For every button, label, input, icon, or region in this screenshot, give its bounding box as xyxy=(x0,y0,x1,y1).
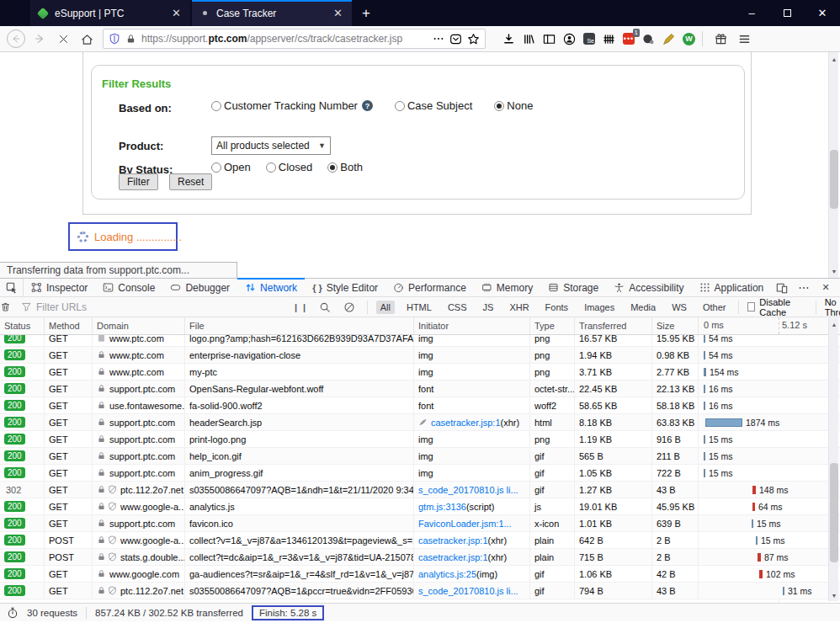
download-icon[interactable] xyxy=(502,33,515,45)
sidebar-icon[interactable] xyxy=(543,33,556,45)
selenium-icon[interactable]: Se xyxy=(583,33,595,45)
by-status-option[interactable]: Open xyxy=(211,161,251,173)
type-filter-css[interactable]: CSS xyxy=(444,301,471,314)
adblock-icon[interactable]: •••1 xyxy=(623,33,635,45)
clear-requests-button[interactable] xyxy=(0,297,11,317)
devtools-tab-application[interactable]: Application xyxy=(692,279,772,296)
column-header-timeline[interactable]: 0 ms5.12 s xyxy=(699,317,840,334)
search-button[interactable] xyxy=(316,297,334,317)
page-scrollbar[interactable]: ▲ ▼ xyxy=(828,52,838,278)
by-status-option[interactable]: Both xyxy=(327,161,363,173)
network-request-row[interactable]: 200POSTstats.g.double...collect?t=dc&aip… xyxy=(0,549,840,566)
library-icon[interactable] xyxy=(523,33,535,45)
radio-button[interactable] xyxy=(395,101,405,111)
page-actions-icon[interactable] xyxy=(433,33,444,45)
account-icon[interactable] xyxy=(563,33,576,45)
filter-button[interactable]: Filter xyxy=(119,173,158,190)
app-menu-button[interactable] xyxy=(733,29,755,49)
devtools-tab-debugger[interactable]: Debugger xyxy=(162,279,237,296)
url-bar[interactable]: https://support.ptc.com/appserver/cs/tra… xyxy=(103,29,486,49)
network-request-row[interactable]: 200GETsupport.ptc.comfavicon.icoFaviconL… xyxy=(0,515,840,532)
column-header-size[interactable]: Size xyxy=(652,317,699,334)
network-request-row[interactable]: 200GETsupport.ptc.comheaderSearch.jspcas… xyxy=(0,414,840,431)
throttling-select[interactable]: No Throttling ⇅ xyxy=(825,297,840,317)
w-extension-icon[interactable]: W xyxy=(683,33,695,45)
devtools-tab-storage[interactable]: Storage xyxy=(540,279,606,296)
column-header-initiator[interactable]: Initiator xyxy=(414,317,530,334)
radio-button[interactable] xyxy=(266,162,276,173)
bookmark-star-icon[interactable] xyxy=(467,33,480,45)
scroll-up-icon[interactable]: ▲ xyxy=(829,319,839,329)
devtools-close-button[interactable]: ✕ xyxy=(816,280,835,296)
maximize-button[interactable] xyxy=(769,0,805,26)
column-header-type[interactable]: Type xyxy=(530,317,575,334)
network-request-row[interactable]: 200GETwww.google.comga-audiences?t=sr&ai… xyxy=(0,566,840,583)
devtools-options-button[interactable] xyxy=(795,280,813,296)
type-filter-images[interactable]: Images xyxy=(580,301,619,314)
devtools-tab-console[interactable]: Console xyxy=(95,279,162,296)
type-filter-xhr[interactable]: XHR xyxy=(505,301,533,314)
initiator-link[interactable]: casetracker.jsp:1 xyxy=(431,418,501,428)
network-request-row[interactable]: 200GETwww.google-a...analytics.jsgtm.js:… xyxy=(0,498,840,515)
based-on-option[interactable]: None xyxy=(494,99,533,112)
type-filter-other[interactable]: Other xyxy=(699,301,731,314)
network-request-row[interactable]: 200GETuse.fontawesome...fa-solid-900.wof… xyxy=(0,397,840,414)
new-tab-button[interactable]: + xyxy=(352,0,380,26)
column-header-transferred[interactable]: Transferred xyxy=(575,317,652,334)
network-request-row[interactable]: 302GETptc.112.2o7.nets03550086647097?AQB… xyxy=(0,482,840,498)
network-request-row[interactable]: 200GETsupport.ptc.comanim_progress.gifim… xyxy=(0,465,840,482)
pause-button[interactable]: | | xyxy=(292,297,310,317)
stop-button[interactable] xyxy=(52,29,74,49)
reset-button[interactable]: Reset xyxy=(169,173,212,190)
initiator-link[interactable]: gtm.js:3136 xyxy=(418,502,466,512)
by-status-option[interactable]: Closed xyxy=(266,161,312,173)
devtools-tab-performance[interactable]: Performance xyxy=(385,279,474,296)
element-picker-button[interactable] xyxy=(0,279,24,296)
radio-button[interactable] xyxy=(327,162,338,173)
column-header-domain[interactable]: Domain xyxy=(93,317,185,334)
scroll-down-icon[interactable]: ▼ xyxy=(829,266,839,276)
pen-icon[interactable] xyxy=(662,33,675,45)
devtools-tab-network[interactable]: Network xyxy=(237,279,305,296)
column-header-method[interactable]: Method xyxy=(45,317,93,334)
home-button[interactable] xyxy=(76,29,98,49)
minimize-button[interactable]: – xyxy=(734,0,769,26)
requests-scrollbar[interactable]: ▲ ▼ xyxy=(828,318,838,601)
type-filter-media[interactable]: Media xyxy=(626,301,660,314)
devtools-tab-inspector[interactable]: Inspector xyxy=(24,279,95,296)
network-request-row[interactable]: 200GETsupport.ptc.comOpenSans-Regular-we… xyxy=(0,381,840,397)
scroll-down-icon[interactable]: ▼ xyxy=(829,590,839,600)
initiator-link[interactable]: s_code_20170810.js li... xyxy=(418,586,518,596)
type-filter-js[interactable]: JS xyxy=(479,301,498,314)
close-button[interactable]: ✕ xyxy=(805,0,840,26)
network-request-row[interactable]: 200GETsupport.ptc.comprint-logo.pngimgpn… xyxy=(0,431,840,448)
forward-button[interactable] xyxy=(29,29,51,49)
column-header-file[interactable]: File xyxy=(185,317,414,334)
based-on-option[interactable]: Case Subject xyxy=(395,99,472,112)
block-button[interactable] xyxy=(341,297,359,317)
devtools-tab-accessibility[interactable]: Accessibility xyxy=(606,279,691,296)
radio-button[interactable] xyxy=(211,162,221,173)
help-icon[interactable]: ? xyxy=(362,100,373,111)
network-request-row[interactable]: 200GETwww.ptc.comlogo.png?amp;hash=61216… xyxy=(0,335,840,347)
initiator-link[interactable]: analytics.js:25 xyxy=(418,569,476,579)
lock-icon[interactable] xyxy=(125,34,136,45)
page-scrollbar-thumb[interactable] xyxy=(830,150,838,209)
requests-scrollbar-thumb[interactable] xyxy=(830,463,838,562)
initiator-link[interactable]: s_code_20170810.js li... xyxy=(418,485,518,495)
initiator-link[interactable]: casetracker.jsp:1 xyxy=(418,552,488,562)
radio-button[interactable] xyxy=(211,101,221,111)
based-on-option[interactable]: Customer Tracking Number? xyxy=(211,99,373,112)
disable-cache-toggle[interactable]: Disable Cache xyxy=(747,297,807,317)
network-request-row[interactable]: 200GETwww.ptc.comenterprise-navigation-c… xyxy=(0,347,840,364)
pocket-icon[interactable] xyxy=(449,33,462,45)
tab-close-icon[interactable]: ✕ xyxy=(169,7,183,19)
tab-close-icon[interactable]: ✕ xyxy=(331,7,345,19)
network-request-row[interactable]: 200POSTwww.google-a...collect?v=1&_v=j87… xyxy=(0,532,840,549)
responsive-mode-button[interactable] xyxy=(773,280,791,296)
devtools-tab-style-editor[interactable]: { }Style Editor xyxy=(305,279,385,296)
filter-urls-input[interactable]: Filter URLs xyxy=(14,301,292,313)
tracking-shield-icon[interactable] xyxy=(109,33,120,45)
initiator-link[interactable]: FaviconLoader.jsm:1... xyxy=(418,519,512,529)
scroll-up-icon[interactable]: ▲ xyxy=(829,54,839,64)
